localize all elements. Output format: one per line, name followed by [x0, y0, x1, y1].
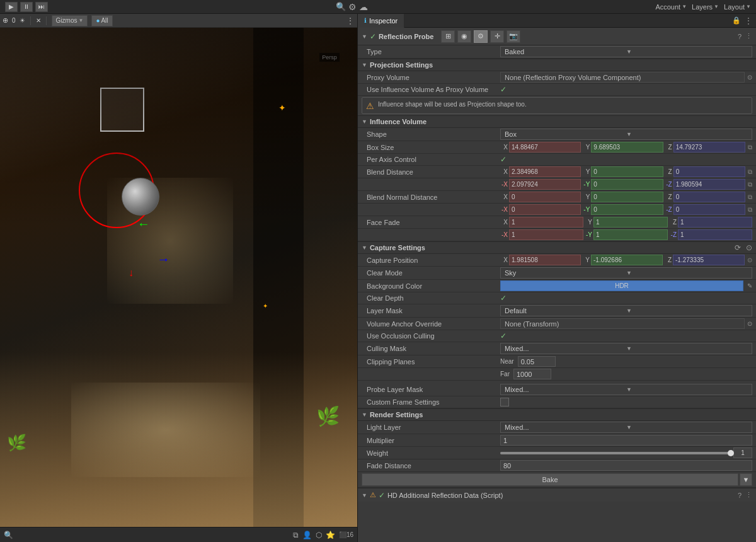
bn-ny-input[interactable]: 0 [591, 204, 663, 215]
blend-z-input[interactable]: 0 [673, 166, 745, 177]
weight-slider-track[interactable] [500, 452, 731, 454]
inspector-menu-icon[interactable]: ⋮ [745, 16, 752, 25]
section-capture[interactable]: ▼ Capture Settings ⟳ ⊙ [358, 241, 756, 254]
help-icon[interactable]: ? [738, 33, 742, 40]
comp-icon-texture[interactable]: ⊞ [441, 30, 455, 43]
box-x-input[interactable]: 14.88467 [509, 142, 581, 153]
step-button[interactable]: ⏭ [35, 2, 48, 12]
bn-nx-input[interactable]: 0 [509, 204, 581, 215]
multiplier-field[interactable]: 1 [500, 435, 752, 446]
ff-y-input[interactable]: 1 [593, 217, 668, 228]
pos-y-input[interactable]: -1.092686 [591, 255, 663, 265]
inspector-header-icons: ? ⋮ [738, 32, 752, 40]
settings-icon[interactable]: ⚙ [348, 2, 357, 12]
ff-z-input[interactable]: 1 [678, 217, 752, 228]
inspector-content[interactable]: Type Baked ▼ ▼ Projection Settings Proxy… [358, 45, 756, 542]
pos-x-input[interactable]: 1.981508 [509, 255, 581, 265]
box-size-copy-icon[interactable]: ⧉ [748, 144, 752, 151]
ff-nx-input[interactable]: 1 [509, 229, 583, 240]
enable-check[interactable]: ✓ [370, 32, 376, 41]
bake-button[interactable]: Bake [362, 473, 738, 486]
clear-mode-label: Clear Mode [362, 269, 500, 277]
lock-icon[interactable]: 🔒 [732, 16, 741, 25]
comp-icon-move[interactable]: ✛ [490, 30, 504, 43]
weight-slider-thumb[interactable] [728, 450, 734, 456]
layout-menu[interactable]: Layout ▼ [724, 3, 751, 11]
scene-toolbar: ⊕ 0 ☀ ✕ Gizmos ▼ ● All ⋮ [0, 14, 357, 28]
pos-z-input[interactable]: -1.273335 [673, 255, 745, 265]
scene-bottom-icon4[interactable]: ⭐ [326, 531, 335, 539]
play-button[interactable]: ▶ [5, 2, 18, 12]
section-projection[interactable]: ▼ Projection Settings [358, 59, 756, 71]
use-influence-check[interactable]: ✓ [500, 85, 507, 94]
comp-icon-sphere[interactable]: ◉ [457, 30, 471, 43]
comp-icon-camera[interactable]: 📷 [507, 30, 520, 43]
section-render[interactable]: ▼ Render Settings [358, 408, 756, 421]
ff-nz-input[interactable]: 1 [678, 229, 752, 240]
bn-z-input[interactable]: 0 [673, 192, 745, 202]
blend-copy-icon[interactable]: ⧉ [748, 168, 752, 176]
bn-neg-copy[interactable]: ⧉ [748, 206, 752, 214]
hd-help-icon[interactable]: ? [738, 492, 742, 499]
pause-button[interactable]: ⏸ [20, 2, 33, 12]
layer-mask-dropdown[interactable]: Default ▼ [500, 305, 752, 316]
inspector-more-icon[interactable]: ⋮ [745, 32, 752, 40]
account-menu[interactable]: Account ▼ [655, 3, 687, 11]
scene-bottom-icon2[interactable]: 👤 [302, 531, 312, 539]
all-button[interactable]: ● All [91, 15, 112, 26]
hd-enable-check[interactable]: ✓ [379, 491, 385, 500]
bn-x-input[interactable]: 0 [509, 192, 581, 202]
fold-arrow[interactable]: ▼ [362, 33, 367, 40]
search-icon[interactable]: 🔍 [336, 2, 346, 11]
blend-ny-input[interactable]: 0 [591, 179, 663, 190]
cloud-icon[interactable]: ☁ [359, 2, 368, 12]
capture-settings-icon[interactable]: ⟳ [735, 243, 741, 252]
comp-icon-settings[interactable]: ⚙ [474, 30, 488, 43]
section-influence[interactable]: ▼ Influence Volume [358, 115, 756, 128]
search-bottom-icon[interactable]: 🔍 [4, 531, 13, 539]
blend-nx-input[interactable]: 2.097924 [509, 179, 581, 190]
layers-menu[interactable]: Layers ▼ [692, 3, 719, 11]
ff-ny-input[interactable]: 1 [593, 229, 668, 240]
custom-frame-checkbox[interactable] [500, 398, 509, 407]
color-edit-icon[interactable]: ✎ [747, 282, 752, 289]
proxy-volume-target-icon[interactable]: ⊙ [747, 74, 752, 81]
pos-copy-icon[interactable]: ⊙ [747, 257, 752, 263]
bn-y-input[interactable]: 0 [591, 192, 663, 202]
light-layer-dropdown[interactable]: Mixed... ▼ [500, 422, 752, 433]
box-y-input[interactable]: 9.689503 [591, 142, 663, 153]
blend-y-input[interactable]: 0 [591, 166, 663, 177]
box-z-input[interactable]: 14.79273 [673, 142, 745, 153]
bg-color-field[interactable]: HDR [500, 280, 743, 291]
volume-anchor-field[interactable]: None (Transform) [500, 318, 745, 329]
hd-more-icon[interactable]: ⋮ [745, 491, 752, 499]
near-field[interactable]: 0.05 [518, 356, 556, 367]
far-field[interactable]: 1000 [513, 369, 551, 379]
culling-mask-dropdown[interactable]: Mixed... ▼ [500, 343, 752, 354]
capture-more-icon[interactable]: ⊙ [746, 243, 752, 252]
fade-dist-field[interactable]: 80 [500, 460, 752, 471]
shape-dropdown[interactable]: Box ▼ [500, 129, 752, 140]
probe-layer-dropdown[interactable]: Mixed... ▼ [500, 384, 752, 395]
per-axis-check[interactable]: ✓ [500, 155, 507, 164]
blend-x-input[interactable]: 2.384968 [509, 166, 581, 177]
type-dropdown[interactable]: Baked ▼ [500, 46, 752, 57]
bn-nz-input[interactable]: 0 [673, 204, 745, 215]
scene-bottom-icon3[interactable]: ⬡ [316, 531, 322, 539]
blend-dist-label: Blend Distance [362, 168, 500, 176]
blend-nz-input[interactable]: 1.980594 [673, 179, 745, 190]
scene-bottom-icon1[interactable]: ⧉ [293, 531, 299, 539]
clear-mode-dropdown[interactable]: Sky ▼ [500, 267, 752, 279]
scene-settings-icon[interactable]: ⋮ [346, 16, 355, 26]
use-occlusion-check[interactable]: ✓ [500, 332, 507, 340]
blend-neg-copy-icon[interactable]: ⧉ [748, 181, 752, 188]
inspector-tab[interactable]: ℹ Inspector [358, 14, 404, 28]
bn-copy-icon[interactable]: ⧉ [748, 193, 752, 201]
hd-fold-arrow[interactable]: ▼ [362, 492, 367, 499]
volume-anchor-icon[interactable]: ⊙ [747, 320, 752, 327]
clear-depth-check[interactable]: ✓ [500, 294, 507, 303]
proxy-volume-field[interactable]: None (Reflection Proxy Volume Component) [500, 72, 745, 83]
ff-x-input[interactable]: 1 [509, 217, 583, 228]
gizmos-button[interactable]: Gizmos ▼ [52, 15, 88, 26]
bake-dropdown-btn[interactable]: ▼ [740, 473, 752, 486]
